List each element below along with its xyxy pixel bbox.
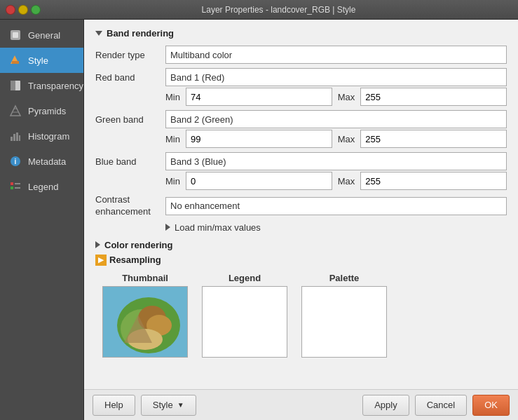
render-type-select-wrapper: Multiband color: [165, 46, 507, 64]
palette-box: [301, 286, 387, 358]
red-min-input[interactable]: [186, 88, 332, 106]
resampling-header[interactable]: ▶ Resampling: [95, 255, 507, 266]
svg-rect-16: [15, 183, 20, 184]
svg-rect-8: [11, 137, 13, 141]
svg-rect-15: [11, 187, 13, 189]
window-controls[interactable]: [6, 5, 41, 15]
color-rendering-header[interactable]: Color rendering: [95, 240, 507, 250]
sidebar-item-legend[interactable]: Legend: [0, 174, 83, 199]
thumbnail-box: [102, 286, 188, 358]
ok-button[interactable]: OK: [472, 395, 510, 416]
red-max-label: Max: [338, 92, 355, 102]
contrast-label: Contrast enhancement: [95, 194, 165, 218]
style-button[interactable]: Style ▼: [141, 395, 196, 416]
render-type-select[interactable]: Multiband color: [165, 46, 507, 64]
sidebar-label-transparency: Transparency: [28, 81, 83, 91]
legend-empty: [203, 287, 287, 357]
svg-rect-9: [13, 134, 15, 141]
sidebar-label-general: General: [28, 30, 60, 41]
style-icon: [8, 53, 22, 67]
red-band-select-wrapper: Band 1 (Red): [165, 68, 507, 86]
main-layout: General Style Transparency Pyramids Hist…: [0, 20, 518, 420]
red-band-label: Red band: [95, 72, 165, 83]
metadata-icon: i: [8, 154, 22, 168]
pyramids-icon: [8, 104, 22, 118]
expand-color-rendering-icon: [95, 241, 100, 248]
sidebar-label-metadata: Metadata: [28, 156, 66, 167]
svg-rect-11: [19, 135, 20, 141]
svg-rect-17: [15, 187, 20, 189]
minimize-button[interactable]: [18, 5, 28, 15]
blue-minmax-row: Min Max: [95, 172, 507, 190]
red-band-select[interactable]: Band 1 (Red): [165, 68, 507, 86]
thumbnail-block: Thumbnail: [102, 273, 188, 358]
blue-band-row: Blue band Band 3 (Blue): [95, 152, 507, 170]
legend-icon: [8, 179, 22, 194]
sidebar-item-style[interactable]: Style: [0, 48, 83, 73]
blue-max-input[interactable]: [360, 172, 507, 190]
cancel-button[interactable]: Cancel: [415, 395, 467, 416]
red-max-input[interactable]: [360, 88, 507, 106]
green-band-label: Green band: [95, 114, 165, 125]
green-band-select[interactable]: Band 2 (Green): [165, 110, 507, 128]
content-area: Band rendering Render type Multiband col…: [84, 20, 518, 420]
blue-min-label: Min: [165, 176, 180, 187]
blue-band-select[interactable]: Band 3 (Blue): [165, 152, 507, 170]
bottom-bar: Help Style ▼ Apply Cancel OK: [84, 389, 518, 420]
load-minmax-section[interactable]: Load min/max values: [95, 222, 507, 233]
contrast-label-text: Contrast enhancement: [95, 194, 151, 217]
svg-text:i: i: [15, 158, 17, 165]
palette-thumb-label: Palette: [329, 273, 360, 283]
transparency-icon: [8, 79, 22, 93]
collapse-band-rendering-icon: [95, 31, 102, 36]
blue-band-select-wrapper: Band 3 (Blue): [165, 152, 507, 170]
band-rendering-header[interactable]: Band rendering: [95, 28, 507, 39]
thumbnail-label: Thumbnail: [122, 273, 168, 283]
help-button[interactable]: Help: [93, 395, 135, 416]
sidebar-item-pyramids[interactable]: Pyramids: [0, 98, 83, 123]
thumbnail-image: [103, 287, 187, 357]
blue-band-label: Blue band: [95, 156, 165, 167]
sidebar-item-general[interactable]: General: [0, 22, 83, 48]
green-min-label: Min: [165, 134, 180, 144]
svg-rect-4: [11, 81, 15, 90]
svg-rect-2: [12, 61, 19, 64]
red-band-row: Red band Band 1 (Red): [95, 68, 507, 86]
close-button[interactable]: [6, 5, 15, 15]
green-max-label: Max: [338, 134, 355, 144]
resampling-title: Resampling: [109, 255, 161, 265]
band-rendering-title: Band rendering: [107, 28, 174, 39]
thumbnails-row: Thumbnail: [95, 273, 507, 358]
contrast-select[interactable]: No enhancement: [165, 197, 507, 215]
color-rendering-title: Color rendering: [104, 240, 173, 250]
maximize-button[interactable]: [31, 5, 41, 15]
sidebar-label-histogram: Histogram: [28, 131, 69, 142]
legend-block: Legend: [202, 273, 287, 358]
svg-marker-5: [11, 106, 20, 116]
sidebar-item-metadata[interactable]: i Metadata: [0, 149, 83, 174]
sidebar-item-transparency[interactable]: Transparency: [0, 73, 83, 98]
red-minmax-row: Min Max: [95, 88, 507, 106]
window-title: Layer Properties - landcover_RGB | Style: [45, 5, 512, 15]
green-min-input[interactable]: [186, 130, 332, 148]
svg-rect-1: [13, 32, 18, 38]
sidebar-label-style: Style: [28, 55, 48, 66]
contrast-row: Contrast enhancement No enhancement: [95, 194, 507, 218]
sidebar-item-histogram[interactable]: Histogram: [0, 123, 83, 149]
green-band-row: Green band Band 2 (Green): [95, 110, 507, 128]
green-max-input[interactable]: [360, 130, 507, 148]
sidebar-label-legend: Legend: [28, 182, 58, 192]
scrollable-content: Band rendering Render type Multiband col…: [84, 20, 518, 389]
apply-button[interactable]: Apply: [362, 395, 409, 416]
style-button-label: Style: [153, 400, 173, 410]
blue-max-label: Max: [338, 176, 355, 187]
sidebar-label-pyramids: Pyramids: [28, 106, 66, 116]
expand-minmax-icon: [165, 224, 170, 231]
legend-box: [202, 286, 287, 358]
green-band-select-wrapper: Band 2 (Green): [165, 110, 507, 128]
svg-rect-14: [11, 182, 13, 185]
render-type-row: Render type Multiband color: [95, 46, 507, 64]
title-bar: Layer Properties - landcover_RGB | Style: [0, 0, 518, 20]
resampling-icon: ▶: [95, 255, 107, 266]
blue-min-input[interactable]: [186, 172, 332, 190]
